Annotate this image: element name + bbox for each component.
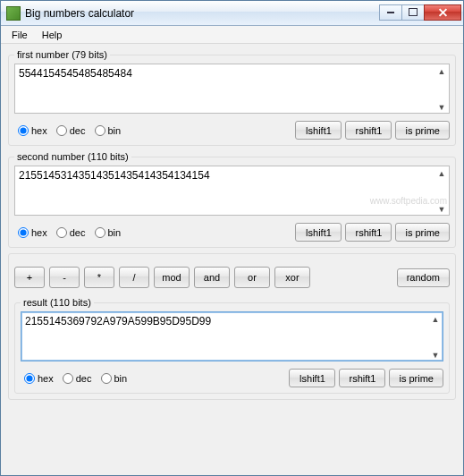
op-add[interactable]: + — [14, 267, 45, 288]
titlebar[interactable]: Big numbers calculator — [1, 1, 463, 26]
second-isprime-button[interactable]: is prime — [395, 223, 450, 242]
op-xor[interactable]: xor — [274, 267, 310, 288]
first-radix-dec[interactable]: dec — [53, 124, 89, 137]
first-rshift-button[interactable]: rshift1 — [345, 121, 392, 140]
menubar: File Help — [1, 26, 463, 44]
first-isprime-button[interactable]: is prime — [395, 121, 450, 140]
client-area: first number (79 bits) ▲ ▼ hex dec bin l… — [1, 44, 463, 475]
op-mul[interactable]: * — [84, 267, 114, 288]
first-number-legend: first number (79 bits) — [14, 49, 110, 60]
scroll-down-icon[interactable]: ▼ — [434, 202, 449, 217]
menu-file[interactable]: File — [4, 28, 35, 42]
scroll-up-icon[interactable]: ▲ — [434, 64, 449, 79]
first-lshift-button[interactable]: lshift1 — [295, 121, 342, 140]
first-radix-hex[interactable]: hex — [14, 124, 51, 137]
result-lshift-button[interactable]: lshift1 — [289, 369, 335, 387]
maximize-button[interactable] — [401, 4, 425, 21]
scroll-down-icon[interactable]: ▼ — [428, 348, 443, 362]
scroll-up-icon[interactable]: ▲ — [434, 166, 449, 181]
second-lshift-button[interactable]: lshift1 — [295, 223, 342, 242]
result-radix-hex[interactable]: hex — [21, 372, 57, 385]
op-sub[interactable]: - — [49, 267, 80, 288]
second-rshift-button[interactable]: rshift1 — [345, 223, 392, 242]
scroll-up-icon[interactable]: ▲ — [428, 312, 443, 327]
menu-help[interactable]: Help — [35, 28, 70, 42]
op-mod[interactable]: mod — [154, 267, 190, 288]
window-controls — [380, 4, 461, 22]
result-radix-group: hex dec bin — [21, 372, 131, 385]
second-number-group: second number (110 bits) ▲ ▼ hex dec bin… — [8, 151, 456, 248]
op-and[interactable]: and — [194, 267, 230, 288]
app-window: Big numbers calculator File Help first n… — [0, 0, 464, 476]
app-icon — [6, 6, 21, 21]
second-number-legend: second number (110 bits) — [14, 151, 131, 162]
result-rshift-button[interactable]: rshift1 — [339, 369, 385, 387]
second-radix-hex[interactable]: hex — [14, 226, 51, 239]
scroll-down-icon[interactable]: ▼ — [434, 100, 449, 115]
op-or[interactable]: or — [234, 267, 270, 288]
second-radix-group: hex dec bin — [14, 226, 124, 239]
result-isprime-button[interactable]: is prime — [389, 369, 443, 387]
random-button[interactable]: random — [397, 268, 450, 287]
second-radix-bin[interactable]: bin — [91, 226, 125, 239]
result-group: result (110 bits) ▲ ▼ hex dec bin lshift… — [14, 297, 450, 394]
second-radix-dec[interactable]: dec — [53, 226, 89, 239]
operations-group: + - * / mod and or xor random result (11… — [8, 253, 456, 400]
minimize-button[interactable] — [379, 4, 402, 21]
close-button[interactable] — [424, 4, 461, 21]
second-number-input[interactable] — [14, 166, 450, 216]
first-radix-group: hex dec bin — [14, 124, 124, 137]
result-radix-bin[interactable]: bin — [97, 372, 131, 385]
first-number-input[interactable] — [14, 64, 450, 114]
result-output[interactable] — [21, 311, 443, 361]
first-radix-bin[interactable]: bin — [91, 124, 125, 137]
op-div[interactable]: / — [119, 267, 149, 288]
first-number-group: first number (79 bits) ▲ ▼ hex dec bin l… — [8, 49, 456, 146]
window-title: Big numbers calculator — [25, 7, 380, 20]
result-radix-dec[interactable]: dec — [59, 372, 96, 385]
result-legend: result (110 bits) — [21, 297, 94, 308]
